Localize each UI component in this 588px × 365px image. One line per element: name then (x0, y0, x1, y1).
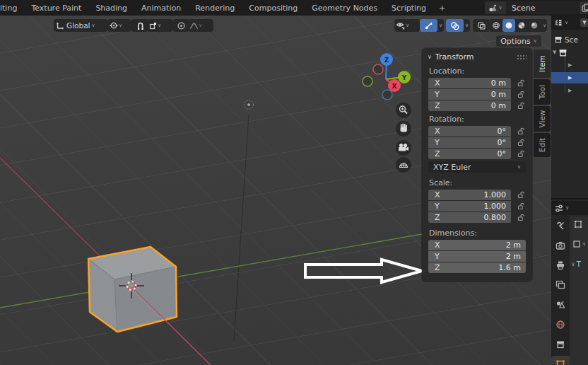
disclosure-closed-icon[interactable]: ▶ (568, 88, 572, 93)
sidebar-tab-view[interactable]: View (534, 106, 551, 132)
overlays-icon (450, 21, 459, 30)
scale-z-field[interactable]: Z 0.800 (428, 212, 511, 223)
dimensions-z-field[interactable]: Z 1.6 m (428, 262, 526, 273)
properties-tab-object[interactable] (551, 356, 570, 365)
chevron-down-icon[interactable]: ∨ (437, 23, 444, 28)
chevron-down-icon: ∨ (517, 165, 521, 170)
sidebar-tab-tool[interactable]: Tool (534, 79, 551, 105)
rotation-y-field[interactable]: Y 0° (428, 137, 511, 148)
show-overlays-button[interactable] (446, 19, 464, 32)
scale-y-field[interactable]: Y 1.000 (428, 201, 511, 212)
shading-rendered-button[interactable] (528, 19, 541, 32)
sidebar-tab-edit[interactable]: Edit (534, 133, 551, 157)
location-x-field[interactable]: X 0 m (428, 78, 511, 88)
breadcrumb-dropdown[interactable]: ∨ (572, 240, 586, 248)
lock-icon[interactable] (511, 214, 526, 221)
outliner-editor-type-button[interactable]: ∨ (551, 18, 568, 28)
pivot-point-dropdown[interactable]: ∨ (107, 19, 131, 32)
lock-icon[interactable] (511, 150, 526, 158)
properties-panel-header-partial[interactable]: ∨ T (571, 260, 581, 268)
chevron-down-icon[interactable]: ∨ (541, 23, 548, 28)
collapse-chevron-icon: ∨ (428, 54, 432, 60)
properties-editor-type-button[interactable]: ∨ (554, 204, 569, 213)
collection-icon (554, 35, 563, 44)
workspace-tab-shading[interactable]: Shading (88, 1, 134, 16)
panel-grip-icon[interactable] (517, 54, 527, 59)
disclosure-closed-icon[interactable]: ▶ (568, 62, 572, 68)
workspace-tab-rendering[interactable]: Rendering (188, 1, 242, 16)
lock-icon[interactable] (511, 139, 526, 146)
workspace-tab-texture-paint[interactable]: Texture Paint (24, 1, 88, 16)
lock-icon[interactable] (511, 127, 526, 135)
location-y-field[interactable]: Y 0 m (428, 89, 511, 100)
shading-solid-button[interactable] (502, 19, 515, 32)
scale-x-field[interactable]: X 1.000 (428, 190, 511, 200)
transform-panel-header[interactable]: ∨ Transform (422, 48, 532, 63)
new-scene-button[interactable] (580, 1, 588, 14)
lock-icon[interactable] (511, 79, 526, 87)
lock-icon[interactable] (511, 191, 526, 199)
navigation-gizmo[interactable]: Z Y X (363, 53, 411, 100)
properties-tab-output[interactable] (551, 257, 570, 274)
snap-target-dropdown[interactable]: ∨ (147, 19, 172, 32)
chevron-down-icon[interactable]: ∨ (464, 23, 470, 28)
workspace-tab-editing[interactable]: iting (0, 1, 24, 16)
disclosure-closed-icon[interactable]: ▶ (568, 75, 572, 81)
orientation-icon (55, 21, 65, 30)
snap-toggle-button[interactable] (131, 19, 148, 32)
options-button[interactable]: Options ∨ (496, 35, 541, 47)
sidebar-tab-item[interactable]: Item (534, 50, 551, 78)
properties-tab-world[interactable] (551, 316, 570, 333)
svg-text:X: X (392, 83, 397, 90)
collapse-chevron-icon: ∨ (571, 262, 575, 267)
lock-icon[interactable] (511, 202, 526, 210)
properties-tab-scene[interactable] (551, 296, 570, 313)
pan-button[interactable] (396, 121, 411, 137)
properties-tab-render[interactable] (551, 237, 570, 254)
add-workspace-button[interactable]: + (433, 4, 451, 13)
camera-view-button[interactable] (396, 140, 411, 156)
workspace-tab-scripting[interactable]: Scripting (384, 1, 433, 16)
xray-toggle-button[interactable] (473, 19, 490, 32)
outliner-filter-button[interactable] (580, 18, 588, 28)
falloff-dropdown[interactable]: ∨ (188, 19, 213, 32)
shading-material-button[interactable] (515, 19, 528, 32)
orientation-dropdown[interactable]: Global ∨ (54, 19, 107, 32)
properties-header: ∨ (551, 201, 588, 215)
properties-icon (554, 204, 564, 213)
dimensions-label: Dimensions: (429, 228, 525, 238)
lock-icon[interactable] (511, 91, 526, 98)
workspace-tab-compositing[interactable]: Compositing (242, 1, 305, 16)
rotation-x-field[interactable]: X 0° (428, 126, 511, 137)
render-camera-icon (555, 241, 565, 250)
visibility-dropdown[interactable]: ∨ (394, 19, 420, 32)
dimensions-x-field[interactable]: X 2 m (428, 240, 526, 250)
wireframe-sphere-icon (492, 21, 500, 30)
chevron-down-icon: ∨ (565, 21, 568, 25)
lock-icon[interactable] (511, 102, 526, 110)
scene-browse-button[interactable]: ∨ (485, 1, 506, 14)
outliner-object-row[interactable]: ▶ (551, 59, 588, 71)
editor-divider[interactable] (551, 198, 588, 199)
location-z-field[interactable]: Z 0 m (428, 100, 511, 111)
show-gizmos-button[interactable] (420, 19, 437, 32)
outliner-object-row-selected[interactable]: ▶ (551, 72, 588, 83)
properties-tab-collection[interactable] (551, 336, 570, 353)
outliner-object-row[interactable]: ▶ (551, 85, 588, 96)
workspace-tab-animation[interactable]: Animation (134, 1, 188, 16)
outliner-collection-row[interactable]: ▼ (551, 47, 588, 58)
scene-name-field[interactable]: Scene (506, 1, 582, 14)
orthographic-toggle-button[interactable] (396, 157, 411, 173)
rotation-z-field[interactable]: Z 0° (428, 149, 511, 159)
workspace-tab-geometry-nodes[interactable]: Geometry Nodes (305, 1, 384, 16)
properties-tab-tool[interactable] (551, 217, 570, 234)
zoom-button[interactable] (396, 103, 411, 118)
outliner-scene-collection-row[interactable]: Sce (551, 34, 588, 45)
dimensions-y-field[interactable]: Y 2 m (428, 251, 526, 262)
disclosure-open-icon[interactable]: ▼ (553, 50, 556, 55)
rotation-mode-dropdown[interactable]: XYZ Euler ∨ (428, 161, 526, 173)
light-object[interactable] (245, 100, 254, 110)
shading-wireframe-button[interactable] (490, 19, 502, 32)
proportional-editing-button[interactable] (172, 19, 189, 32)
properties-tab-view-layer[interactable] (551, 277, 570, 294)
